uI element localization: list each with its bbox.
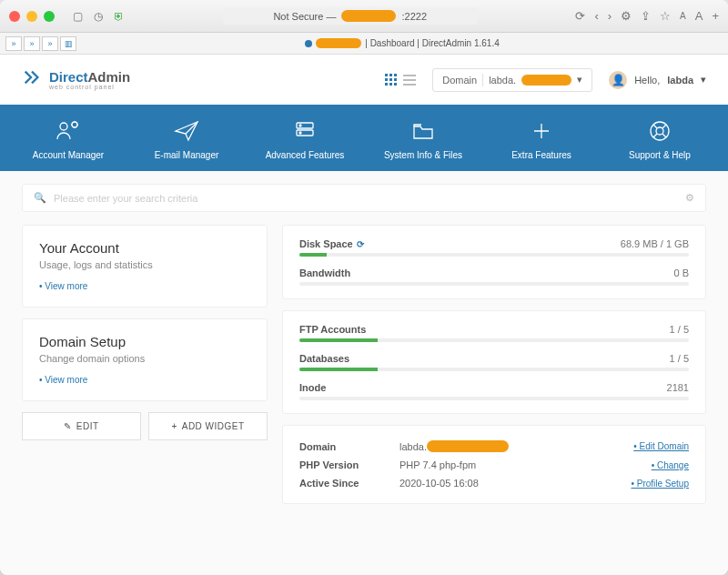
stat-row: Databases1 / 5 <box>299 353 689 371</box>
logo-tagline: web control panel <box>49 84 130 90</box>
info-action-link[interactable]: • Edit Domain <box>633 441 689 451</box>
logo-chevrons-icon <box>22 67 42 92</box>
username: labda <box>667 75 693 86</box>
nav-account-manager[interactable]: Account Manager <box>9 119 127 160</box>
pinned-tab[interactable]: ▥ <box>60 36 76 51</box>
greeting: Hello, <box>634 75 660 86</box>
card-subtitle: Usage, logs and statistics <box>39 259 250 270</box>
svg-rect-6 <box>385 83 388 86</box>
forward-icon[interactable]: › <box>608 9 612 23</box>
search-input[interactable] <box>54 193 678 204</box>
nav-extra-features[interactable]: Extra Features <box>482 119 601 160</box>
progress-bar <box>299 338 689 342</box>
pinned-tab[interactable]: » <box>42 36 58 51</box>
add-widget-label: ADD WIDGET <box>182 421 245 431</box>
share-icon[interactable]: ⇪ <box>641 9 651 23</box>
back-icon[interactable]: ‹ <box>594 9 598 23</box>
add-widget-button[interactable]: + ADD WIDGET <box>148 412 268 440</box>
nav-email-manager[interactable]: E-mail Manager <box>127 119 246 160</box>
edit-button[interactable]: ✎ EDIT <box>22 412 141 440</box>
new-tab-icon[interactable]: + <box>712 9 719 23</box>
address-security-label: Not Secure — <box>273 11 336 22</box>
zoom-window-button[interactable] <box>44 11 55 22</box>
settings-gear-icon[interactable]: ⚙ <box>685 192 694 204</box>
stat-row: Inode2181 <box>299 382 689 400</box>
gear-icon[interactable]: ⚙ <box>621 9 632 23</box>
search-bar[interactable]: 🔍 ⚙ <box>22 184 706 212</box>
text-size-large-icon[interactable]: A <box>695 9 703 23</box>
active-tab[interactable]: | Dashboard | DirectAdmin 1.61.4 <box>76 38 728 48</box>
pinned-tab[interactable]: » <box>24 36 40 51</box>
tab-title-text: | Dashboard | DirectAdmin 1.61.4 <box>365 38 500 48</box>
folder-icon <box>410 119 437 143</box>
svg-point-19 <box>656 127 663 135</box>
info-row: PHP VersionPHP 7.4 php-fpm• Change <box>299 456 689 474</box>
app-header: DirectAdmin web control panel Domain lab… <box>0 55 728 105</box>
domain-value-prefix: labda. <box>489 75 516 86</box>
stat-label: Inode <box>299 382 326 393</box>
view-more-link[interactable]: • View more <box>39 375 87 385</box>
avatar: 👤 <box>609 71 627 89</box>
titlebar: ▢ ◷ ⛨ Not Secure — :2222 ⟳ ‹ › ⚙ ⇪ ☆ A A… <box>0 0 728 33</box>
nav-label: E-mail Manager <box>155 150 219 160</box>
info-action-link[interactable]: • Profile Setup <box>631 479 689 489</box>
svg-point-13 <box>72 122 77 127</box>
refresh-icon[interactable]: ⟳ <box>357 239 364 249</box>
info-row: Domainlabda.• Edit Domain <box>299 437 689 456</box>
svg-rect-11 <box>403 84 416 86</box>
redacted-tab-host <box>316 38 361 48</box>
paper-plane-icon <box>173 119 200 143</box>
search-icon: 🔍 <box>34 192 46 204</box>
nav-support-help[interactable]: Support & Help <box>601 119 719 160</box>
address-bar[interactable]: Not Secure — :2222 <box>125 7 575 25</box>
stat-row: Bandwidth0 B <box>299 267 689 286</box>
stat-value: 1 / 5 <box>670 324 689 335</box>
info-value: labda. <box>399 440 633 452</box>
svg-point-12 <box>60 123 67 130</box>
close-window-button[interactable] <box>9 11 20 22</box>
resource-stats-card: FTP Accounts1 / 5Databases1 / 5Inode2181 <box>282 310 706 414</box>
sidebar-toggle-icon[interactable]: ▢ <box>73 10 83 23</box>
history-icon[interactable]: ◷ <box>94 10 103 23</box>
info-label: PHP Version <box>299 459 399 470</box>
pencil-icon: ✎ <box>64 421 72 431</box>
bookmark-icon[interactable]: ☆ <box>660 9 671 23</box>
user-menu[interactable]: 👤 Hello, labda ▾ <box>609 71 706 89</box>
svg-rect-10 <box>403 79 416 81</box>
logo-text: DirectAdmin <box>49 70 130 84</box>
text-size-small-icon[interactable]: A <box>680 11 686 21</box>
stat-label: FTP Accounts <box>299 324 366 335</box>
address-port: :2222 <box>401 11 427 22</box>
list-view-icon[interactable] <box>403 74 416 86</box>
stat-value: 0 B <box>673 267 689 278</box>
nav-label: Extra Features <box>511 150 571 160</box>
main-nav: Account Manager E-mail Manager Advanced … <box>0 105 728 171</box>
svg-rect-5 <box>394 78 397 81</box>
grid-view-icon[interactable] <box>385 74 398 86</box>
domain-setup-card: Domain Setup Change domain options • Vie… <box>22 318 268 401</box>
nav-label: System Info & Files <box>384 150 462 160</box>
info-label: Domain <box>299 441 399 452</box>
shield-icon[interactable]: ⛨ <box>114 10 125 23</box>
svg-rect-3 <box>385 78 388 81</box>
view-more-link[interactable]: • View more <box>39 281 87 291</box>
logo[interactable]: DirectAdmin web control panel <box>22 67 130 92</box>
stat-value: 68.9 MB / 1 GB <box>621 238 689 249</box>
plus-icon <box>528 119 555 143</box>
reload-icon[interactable]: ⟳ <box>575 9 585 23</box>
redacted-value <box>427 440 509 452</box>
progress-bar <box>299 253 689 257</box>
domain-selector[interactable]: Domain labda. ▾ <box>432 68 592 92</box>
svg-rect-2 <box>394 74 397 76</box>
svg-rect-8 <box>394 83 397 86</box>
nav-advanced-features[interactable]: Advanced Features <box>246 119 364 160</box>
nav-system-info[interactable]: System Info & Files <box>364 119 482 160</box>
nav-label: Support & Help <box>629 150 691 160</box>
pinned-tab[interactable]: » <box>5 36 22 51</box>
info-action-link[interactable]: • Change <box>652 460 689 470</box>
minimize-window-button[interactable] <box>26 11 37 22</box>
favicon <box>305 40 312 47</box>
info-value: PHP 7.4 php-fpm <box>399 459 652 470</box>
svg-point-17 <box>299 132 301 134</box>
svg-rect-7 <box>389 83 392 86</box>
